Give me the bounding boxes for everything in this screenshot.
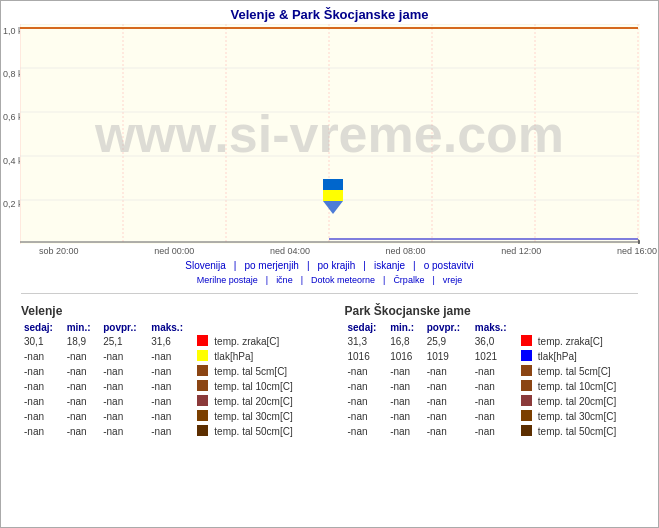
park-header-min: min.: <box>387 321 424 334</box>
p-povpr-0: 25,9 <box>424 334 472 349</box>
p-color-3 <box>518 379 535 394</box>
sub-nav-3[interactable]: Dotok meteorne <box>311 275 375 285</box>
park-header-label <box>518 321 638 334</box>
p-min-1: 1016 <box>387 349 424 364</box>
sub-nav-sep1: | <box>266 275 268 285</box>
v-min-0: 18,9 <box>64 334 101 349</box>
chart-plot: www.si-vreme.com <box>20 24 640 244</box>
park-header-sedaj: sedaj: <box>345 321 388 334</box>
nav-separator1: | <box>234 260 237 271</box>
sub-nav-2[interactable]: ične <box>276 275 293 285</box>
v-sedaj-3: -nan <box>21 379 64 394</box>
p-maks-2: -nan <box>472 364 518 379</box>
v-label-2: temp. tal 5cm[C] <box>211 364 314 379</box>
v-label-5: temp. tal 30cm[C] <box>211 409 314 424</box>
nav-slovenija[interactable]: Slovenija <box>185 260 226 271</box>
velenje-row-4: -nan -nan -nan -nan temp. tal 20cm[C] <box>21 394 315 409</box>
p-color-2 <box>518 364 535 379</box>
v-maks-1: -nan <box>148 349 194 364</box>
x-label-0: sob 20:00 <box>39 246 79 256</box>
v-povpr-1: -nan <box>100 349 148 364</box>
v-color-4 <box>194 394 211 409</box>
v-label-4: temp. tal 20cm[C] <box>211 394 314 409</box>
park-name: Park Škocjanske jame <box>345 304 639 318</box>
p-color-5 <box>518 409 535 424</box>
velenje-row-5: -nan -nan -nan -nan temp. tal 30cm[C] <box>21 409 315 424</box>
p-povpr-6: -nan <box>424 424 472 439</box>
v-povpr-3: -nan <box>100 379 148 394</box>
v-sedaj-2: -nan <box>21 364 64 379</box>
v-povpr-4: -nan <box>100 394 148 409</box>
p-color-6 <box>518 424 535 439</box>
divider-top <box>21 293 638 294</box>
sub-nav-sep2: | <box>301 275 303 285</box>
v-min-6: -nan <box>64 424 101 439</box>
p-povpr-1: 1019 <box>424 349 472 364</box>
x-label-5: ned 16:00 <box>617 246 657 256</box>
velenje-row-6: -nan -nan -nan -nan temp. tal 50cm[C] <box>21 424 315 439</box>
v-sedaj-6: -nan <box>21 424 64 439</box>
park-row-1: 1016 1016 1019 1021 tlak[hPa] <box>345 349 639 364</box>
p-label-4: temp. tal 20cm[C] <box>535 394 638 409</box>
v-color-5 <box>194 409 211 424</box>
p-min-2: -nan <box>387 364 424 379</box>
sub-nav-1[interactable]: Merilne postaje <box>197 275 258 285</box>
p-povpr-4: -nan <box>424 394 472 409</box>
v-min-2: -nan <box>64 364 101 379</box>
velenje-name: Velenje <box>21 304 315 318</box>
p-sedaj-5: -nan <box>345 409 388 424</box>
park-header-povpr: povpr.: <box>424 321 472 334</box>
x-label-4: ned 12:00 <box>501 246 541 256</box>
v-color-6 <box>194 424 211 439</box>
nav-separator4: | <box>413 260 416 271</box>
park-table: sedaj: min.: povpr.: maks.: 31,3 16,8 25… <box>345 321 639 439</box>
p-label-3: temp. tal 10cm[C] <box>535 379 638 394</box>
p-sedaj-4: -nan <box>345 394 388 409</box>
p-maks-1: 1021 <box>472 349 518 364</box>
sub-nav-4[interactable]: Črpalke <box>393 275 424 285</box>
nav-merjenjih[interactable]: po merjenjih <box>244 260 298 271</box>
velenje-header-maks: maks.: <box>148 321 194 334</box>
v-povpr-0: 25,1 <box>100 334 148 349</box>
v-maks-4: -nan <box>148 394 194 409</box>
velenje-row-0: 30,1 18,9 25,1 31,6 temp. zraka[C] <box>21 334 315 349</box>
sub-nav-sep3: | <box>383 275 385 285</box>
v-color-0 <box>194 334 211 349</box>
p-color-0 <box>518 334 535 349</box>
v-maks-0: 31,6 <box>148 334 194 349</box>
v-color-3 <box>194 379 211 394</box>
chart-title: Velenje & Park Škocjanske jame <box>1 1 658 24</box>
nav-separator3: | <box>363 260 366 271</box>
p-sedaj-1: 1016 <box>345 349 388 364</box>
park-row-2: -nan -nan -nan -nan temp. tal 5cm[C] <box>345 364 639 379</box>
svg-rect-0 <box>20 24 640 244</box>
velenje-header-label <box>194 321 314 334</box>
p-min-4: -nan <box>387 394 424 409</box>
nav-iskanje[interactable]: iskanje <box>374 260 405 271</box>
p-label-0: temp. zraka[C] <box>535 334 638 349</box>
velenje-header-povpr: povpr.: <box>100 321 148 334</box>
park-row-0: 31,3 16,8 25,9 36,0 temp. zraka[C] <box>345 334 639 349</box>
p-maks-6: -nan <box>472 424 518 439</box>
v-label-6: temp. tal 50cm[C] <box>211 424 314 439</box>
p-maks-4: -nan <box>472 394 518 409</box>
velenje-row-3: -nan -nan -nan -nan temp. tal 10cm[C] <box>21 379 315 394</box>
data-section: Velenje sedaj: min.: povpr.: maks.: 30,1… <box>1 298 658 441</box>
v-sedaj-1: -nan <box>21 349 64 364</box>
v-maks-3: -nan <box>148 379 194 394</box>
velenje-row-1: -nan -nan -nan -nan tlak[hPa] <box>21 349 315 364</box>
v-sedaj-0: 30,1 <box>21 334 64 349</box>
nav-krajih[interactable]: po krajih <box>318 260 356 271</box>
sub-nav-sep4: | <box>432 275 434 285</box>
x-label-2: ned 04:00 <box>270 246 310 256</box>
park-block: Park Škocjanske jame sedaj: min.: povpr.… <box>345 304 639 439</box>
velenje-header-min: min.: <box>64 321 101 334</box>
sub-nav-5[interactable]: vreje <box>443 275 463 285</box>
p-povpr-3: -nan <box>424 379 472 394</box>
v-povpr-2: -nan <box>100 364 148 379</box>
v-min-3: -nan <box>64 379 101 394</box>
velenje-header-sedaj: sedaj: <box>21 321 64 334</box>
p-color-1 <box>518 349 535 364</box>
nav-postavitev[interactable]: o postavitvi <box>424 260 474 271</box>
nav-separator2: | <box>307 260 310 271</box>
